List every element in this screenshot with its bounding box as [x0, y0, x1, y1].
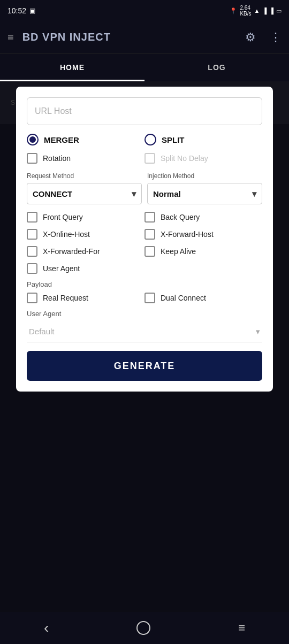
- location-icon: 📍: [230, 7, 237, 14]
- network-icon: 2.64KB/s: [240, 5, 251, 17]
- normal-dropdown[interactable]: Normal ▾: [147, 183, 262, 204]
- x-forward-host-label: X-Forward-Host: [161, 230, 214, 239]
- rotation-label: Rotation: [43, 154, 71, 163]
- user-agent-dropdown[interactable]: Default ▾: [27, 321, 262, 342]
- status-left: 10:52 ▣: [7, 6, 35, 15]
- real-request-group[interactable]: Real Request: [27, 293, 144, 303]
- hamburger-icon[interactable]: ≡: [7, 31, 14, 43]
- user-agent-label: User Agent: [43, 264, 80, 273]
- request-method-label: Request Method: [27, 172, 142, 180]
- payload-label: Payload: [27, 280, 262, 288]
- x-forwarded-for-label: X-Forwarded-For: [43, 247, 100, 256]
- generate-label: GENERATE: [114, 361, 176, 371]
- tab-bar: HOME LOG: [0, 53, 289, 81]
- status-bar: 10:52 ▣ 📍 2.64KB/s ▲ ▐ ▐ ▭: [0, 0, 289, 21]
- sim-icon: ▣: [29, 7, 35, 14]
- back-nav-icon[interactable]: ‹: [44, 619, 49, 637]
- rotation-group[interactable]: Rotation: [27, 153, 144, 164]
- merger-radio[interactable]: [27, 134, 39, 145]
- x-forward-host-group[interactable]: X-Forward-Host: [144, 229, 262, 240]
- signal2-icon: ▐: [269, 7, 273, 14]
- keep-alive-group[interactable]: Keep Alive: [144, 246, 262, 257]
- time-display: 10:52: [7, 6, 26, 15]
- query-row: Front Query Back Query: [27, 212, 262, 223]
- back-query-group[interactable]: Back Query: [144, 212, 262, 223]
- dropdowns-row: CONNECT ▾ Normal ▾: [27, 183, 262, 204]
- x-online-host-label: X-Online-Host: [43, 230, 90, 239]
- x-forwarded-for-checkbox[interactable]: [27, 246, 37, 257]
- split-no-delay-label: Split No Delay: [161, 154, 208, 163]
- method-labels-row: Request Method Injection Method: [27, 170, 262, 183]
- front-query-group[interactable]: Front Query: [27, 212, 144, 223]
- injection-method-label: Injection Method: [147, 172, 262, 180]
- more-options-icon[interactable]: ⋮: [270, 30, 282, 44]
- user-agent-checkbox[interactable]: [27, 263, 37, 274]
- status-right: 📍 2.64KB/s ▲ ▐ ▐ ▭: [230, 5, 282, 17]
- signal1-icon: ▐: [262, 7, 267, 14]
- real-request-checkbox[interactable]: [27, 293, 37, 303]
- connection-type-row: MERGER SPLIT: [27, 134, 262, 145]
- tab-log-label: LOG: [208, 63, 225, 72]
- user-agent-section-label: User Agent: [27, 310, 262, 318]
- tab-log[interactable]: LOG: [144, 53, 289, 81]
- bottom-nav: ‹ ≡: [0, 612, 289, 644]
- dual-connect-group[interactable]: Dual Connect: [144, 293, 262, 303]
- user-agent-group[interactable]: User Agent: [27, 263, 262, 274]
- user-agent-arrow: ▾: [256, 327, 260, 336]
- wifi-icon: ▲: [254, 7, 260, 14]
- host-row: X-Online-Host X-Forward-Host: [27, 229, 262, 240]
- normal-dropdown-arrow: ▾: [252, 189, 256, 199]
- gear-icon[interactable]: ⚙: [245, 30, 256, 44]
- split-no-delay-checkbox: [144, 153, 155, 164]
- user-agent-default-value: Default: [29, 327, 55, 336]
- real-request-label: Real Request: [43, 294, 88, 302]
- user-agent-row: User Agent: [27, 263, 262, 274]
- split-no-delay-group: Split No Delay: [144, 153, 262, 164]
- connect-value: CONNECT: [33, 189, 72, 198]
- connect-dropdown-arrow: ▾: [132, 189, 136, 199]
- connect-dropdown[interactable]: CONNECT ▾: [27, 183, 142, 204]
- split-label: SPLIT: [162, 135, 185, 144]
- tab-home[interactable]: HOME: [0, 53, 144, 81]
- x-forwarded-for-group[interactable]: X-Forwarded-For: [27, 246, 144, 257]
- x-online-host-checkbox[interactable]: [27, 229, 37, 240]
- app-bar: ≡ BD VPN INJECT ⚙ ⋮: [0, 21, 289, 53]
- dual-connect-label: Dual Connect: [161, 294, 206, 302]
- battery-icon: ▭: [276, 7, 282, 14]
- x-forward-host-checkbox[interactable]: [144, 229, 155, 240]
- app-title: BD VPN INJECT: [22, 31, 237, 43]
- dual-connect-checkbox[interactable]: [144, 293, 155, 303]
- rotation-checkbox[interactable]: [27, 153, 37, 164]
- payload-row: Real Request Dual Connect: [27, 293, 262, 303]
- front-query-checkbox[interactable]: [27, 212, 37, 223]
- front-query-label: Front Query: [43, 213, 83, 221]
- merger-radio-group[interactable]: MERGER: [27, 134, 144, 145]
- x-online-host-group[interactable]: X-Online-Host: [27, 229, 144, 240]
- url-host-input[interactable]: [27, 97, 262, 125]
- rotation-split-row: Rotation Split No Delay: [27, 153, 262, 164]
- tab-home-label: HOME: [60, 63, 85, 72]
- back-query-checkbox[interactable]: [144, 212, 155, 223]
- modal-overlay: MERGER SPLIT Rotation Split No Delay Req…: [0, 81, 289, 612]
- modal-dialog: MERGER SPLIT Rotation Split No Delay Req…: [16, 87, 273, 392]
- keep-alive-label: Keep Alive: [161, 247, 196, 256]
- generate-button[interactable]: GENERATE: [27, 351, 262, 381]
- menu-nav-icon[interactable]: ≡: [238, 621, 245, 635]
- home-nav-icon[interactable]: [136, 621, 150, 635]
- split-radio[interactable]: [144, 134, 156, 145]
- back-query-label: Back Query: [161, 213, 200, 221]
- normal-value: Normal: [153, 189, 181, 198]
- keep-alive-checkbox[interactable]: [144, 246, 155, 257]
- forwarded-row: X-Forwarded-For Keep Alive: [27, 246, 262, 257]
- merger-label: MERGER: [44, 135, 79, 144]
- split-radio-group[interactable]: SPLIT: [144, 134, 262, 145]
